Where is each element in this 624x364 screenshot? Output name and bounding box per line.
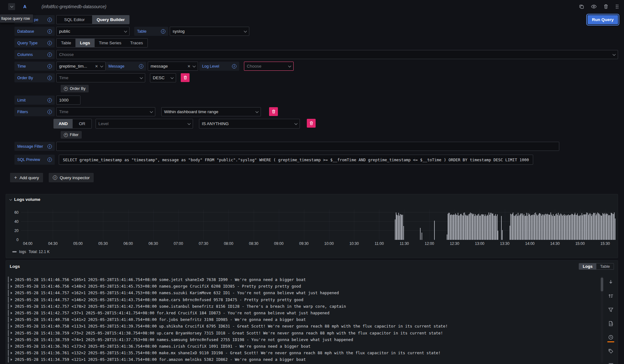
query-type-traces[interactable]: Traces — [126, 39, 147, 47]
log-row[interactable]: 2025-05-28 15:41:42.757 <178>2 2025-05-2… — [7, 303, 599, 310]
query-type-table[interactable]: Table — [57, 39, 75, 47]
time-column-select[interactable]: greptime_tim... — [56, 62, 106, 71]
volume-bar — [502, 230, 503, 240]
order-direction-select[interactable]: DESC — [150, 73, 176, 82]
log-row[interactable]: 2025-05-28 15:41:46.756 <148>2 2025-05-2… — [7, 283, 599, 290]
logs-volume-chart[interactable]: 0204060 — [21, 210, 615, 240]
expand-caret-icon[interactable] — [11, 279, 12, 281]
clear-icon[interactable] — [187, 64, 191, 69]
chevron-down-icon[interactable] — [9, 198, 12, 200]
logs-scrollbar[interactable] — [601, 276, 603, 363]
expand-caret-icon[interactable] — [11, 345, 12, 347]
add-order-by-button[interactable]: Order By — [61, 85, 89, 92]
remove-filter-button[interactable] — [269, 107, 278, 116]
expand-caret-icon[interactable] — [11, 285, 12, 288]
filter-range-select[interactable]: Within dashboard time range — [161, 107, 261, 116]
tag-icon[interactable] — [608, 348, 614, 354]
log-row[interactable]: 2025-05-28 15:41:34.759 <121>1 2025-05-2… — [7, 356, 599, 363]
log-row[interactable]: 2025-05-28 15:41:36.761 <132>2 2025-05-2… — [7, 350, 599, 356]
expand-caret-icon[interactable] — [11, 338, 12, 341]
info-icon[interactable] — [161, 29, 165, 34]
expand-caret-icon[interactable] — [11, 298, 12, 301]
log-row-text: 2025-05-28 15:41:36.761 <173>2 2025-05-2… — [15, 344, 311, 349]
expand-caret-icon[interactable] — [11, 352, 12, 354]
info-icon[interactable] — [47, 52, 52, 57]
info-icon[interactable] — [47, 76, 52, 80]
gridline — [28, 210, 28, 240]
add-query-button[interactable]: Add query — [10, 173, 43, 182]
log-row-text: 2025-05-28 15:41:46.756 <105>1 2025-05-2… — [15, 277, 306, 282]
toggle-table[interactable]: Table — [596, 263, 614, 269]
expand-caret-icon[interactable] — [11, 358, 12, 361]
trash-icon[interactable] — [604, 4, 608, 9]
log-row[interactable]: 2025-05-28 15:41:42.757 <37>1 2025-05-28… — [7, 310, 599, 316]
drag-handle-icon[interactable] — [615, 4, 619, 9]
wrap-lines-icon[interactable] — [608, 362, 614, 364]
log-level-select[interactable]: Choose — [244, 62, 294, 71]
expand-caret-icon[interactable] — [11, 318, 12, 321]
bool-or[interactable]: OR — [73, 119, 91, 128]
info-icon[interactable] — [47, 98, 52, 102]
log-row-text: 2025-05-28 15:41:34.759 <121>1 2025-05-2… — [15, 357, 306, 362]
message-filter-input[interactable] — [56, 142, 559, 151]
log-row[interactable]: 2025-05-28 15:41:44.757 <146>2 2025-05-2… — [7, 296, 599, 303]
editor-mode-toggle: SQL Editor Query Builder — [56, 15, 130, 24]
expand-caret-icon[interactable] — [11, 312, 12, 314]
filter-funnel-icon[interactable] — [608, 306, 614, 313]
log-row[interactable]: 2025-05-28 15:41:36.761 <173>2 2025-05-2… — [7, 343, 599, 350]
table-select[interactable]: syslog — [170, 27, 249, 36]
log-level-bar — [8, 317, 9, 323]
remove-condition-button[interactable] — [307, 119, 316, 128]
duplicate-icon[interactable] — [579, 4, 584, 9]
log-row[interactable]: 2025-05-28 15:41:38.759 <73>2 2025-05-28… — [7, 330, 599, 336]
log-row[interactable]: 2025-05-28 15:41:40.758 <141>2 2025-05-2… — [7, 316, 599, 323]
collapse-query-row-button[interactable] — [8, 3, 15, 10]
gridline — [203, 210, 204, 240]
download-icon[interactable] — [608, 279, 614, 285]
expand-caret-icon[interactable] — [11, 292, 12, 294]
message-column-select[interactable]: message — [148, 62, 198, 71]
query-type-logs[interactable]: Logs — [75, 39, 94, 47]
info-icon[interactable] — [139, 64, 143, 69]
info-icon[interactable] — [47, 41, 52, 45]
filter-match-select[interactable]: IS ANYTHING — [199, 119, 300, 129]
log-level-bar — [8, 343, 9, 349]
order-by-select[interactable]: Time — [56, 73, 145, 82]
expand-caret-icon[interactable] — [11, 325, 12, 328]
info-icon[interactable] — [47, 29, 52, 34]
log-file-icon[interactable]: LOG — [608, 320, 614, 327]
info-icon[interactable] — [232, 64, 236, 69]
tab-query-builder[interactable]: Query Builder — [92, 15, 129, 24]
legend-series-name[interactable]: logs — [19, 250, 26, 254]
clear-icon[interactable] — [95, 64, 98, 69]
log-row[interactable]: 2025-05-28 15:41:38.759 <74>1 2025-05-28… — [7, 336, 599, 343]
log-row[interactable]: 2025-05-28 15:41:40.758 <113>1 2025-05-2… — [7, 323, 599, 329]
remove-order-by-button[interactable] — [181, 73, 190, 82]
run-query-button[interactable]: Run Query — [588, 15, 618, 24]
query-type-time-series[interactable]: Time Series — [95, 39, 126, 47]
log-row[interactable]: 2025-05-28 15:41:44.757 <162>1 2025-05-2… — [7, 290, 599, 296]
toggle-logs[interactable]: Logs — [579, 263, 596, 269]
logs-scrollbar-thumb[interactable] — [601, 278, 603, 291]
filter-field-select[interactable]: Time — [56, 107, 155, 116]
bool-and[interactable]: AND — [54, 119, 73, 128]
expand-caret-icon[interactable] — [11, 305, 12, 307]
info-icon[interactable] — [47, 157, 52, 162]
limit-input[interactable]: 1000 — [56, 96, 80, 105]
filter-level-select[interactable]: Level — [96, 119, 193, 129]
query-inspector-button[interactable]: Query inspector — [49, 173, 94, 182]
columns-select[interactable]: Choose — [56, 50, 618, 59]
log-row-text: 2025-05-28 15:41:40.758 <113>1 2025-05-2… — [15, 324, 448, 328]
add-filter-button[interactable]: Filter — [61, 131, 82, 139]
expand-caret-icon[interactable] — [11, 332, 12, 334]
sort-asc-icon[interactable] — [608, 293, 614, 299]
info-icon[interactable] — [47, 144, 52, 149]
eye-icon[interactable] — [591, 4, 597, 9]
clock-icon[interactable] — [608, 334, 614, 340]
info-icon[interactable] — [47, 64, 52, 69]
database-select[interactable]: public — [56, 27, 130, 36]
log-row[interactable]: 2025-05-28 15:41:46.756 <105>1 2025-05-2… — [7, 276, 599, 283]
info-icon[interactable] — [47, 18, 52, 22]
tab-sql-editor[interactable]: SQL Editor — [57, 15, 92, 24]
info-icon[interactable] — [47, 110, 52, 114]
